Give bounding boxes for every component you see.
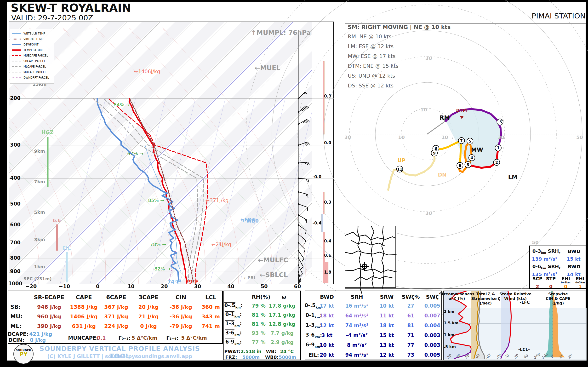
- thermo-header: 6CAPE: [106, 294, 126, 300]
- legend-item: VIRTUAL TEMP: [11, 36, 53, 42]
- lapse-0-3-label: Γ₀₋₃:: [118, 335, 131, 341]
- sounderpy-figure: SKEW-T ROYALRAIN VALID: 29-7-2025 00Z PI…: [0, 0, 588, 367]
- rh-value: 81 %: [252, 321, 266, 327]
- wb-label: WB:: [266, 349, 276, 354]
- pressure-tick-label: 700: [10, 240, 21, 246]
- temp-tick-label: −20: [26, 284, 37, 289]
- legend-item-label: VIRTUAL TEMP: [24, 37, 43, 41]
- legend-item: DWNDRFT PARCEL: [11, 75, 53, 80]
- skewt-annotation: ←371J/kg: [206, 198, 229, 203]
- srh-value: 94 m²/s²: [345, 352, 369, 358]
- skewt-annotation: ←MUEL: [255, 64, 280, 72]
- lcl-label: -LCL-: [518, 347, 530, 352]
- legend-item-label: MUCAPE PARCEL: [24, 70, 46, 74]
- wind-barb: [298, 191, 308, 198]
- swz-pct-value: 77: [407, 342, 414, 348]
- temp-tick-label: 40: [227, 284, 234, 289]
- skewt-annotation: 85% →: [148, 197, 164, 203]
- frz-label: FRZ:: [225, 355, 237, 360]
- legend-item-label: SBCAPE PARCEL: [24, 59, 46, 63]
- thermo-value: 390 J/kg: [37, 323, 61, 329]
- ring-label: 10: [441, 134, 448, 140]
- legend-item-label: DWNDRFT PARCEL: [24, 76, 49, 79]
- swz-pct-value: 71: [407, 333, 414, 338]
- moisture-row-label: 0-1km:: [225, 312, 242, 318]
- wind-barb: [298, 224, 306, 234]
- panel-title: Stepwise CIN & CAPE (J/kg): [546, 292, 571, 305]
- swz-pct-value: 81: [407, 323, 414, 328]
- wind-barb: [298, 92, 307, 99]
- index-sub: 0−1km: [561, 281, 570, 284]
- svg-text:1: 1: [497, 146, 499, 150]
- skewt-annotation: -SFC (231m) -: [22, 276, 55, 281]
- ring-label: 30: [425, 210, 432, 216]
- skewt-annotation: 6.6: [53, 218, 61, 223]
- ring-label: 10: [420, 107, 427, 113]
- bwd-label: BWD: [568, 248, 580, 254]
- profile-dewpoint: [97, 99, 179, 282]
- skewt-annotation: HGZ: [41, 130, 53, 135]
- wb0-label: WB0:: [265, 355, 279, 360]
- skewt-annotation: EIL: [62, 246, 71, 251]
- logo-text-bottom: PY: [14, 352, 33, 357]
- bwd-value: 12 kt: [320, 323, 334, 328]
- ring-label: 30: [498, 134, 505, 140]
- storm-motion-line: US: UND @ 12 kts: [348, 71, 450, 81]
- ring-label: 50: [532, 240, 539, 245]
- valid-time: VALID: 29-7-2025 00Z: [11, 13, 93, 22]
- srh-value: 74 m²/s²: [345, 323, 369, 328]
- legend-item: MUCAPE PARCEL: [11, 69, 53, 75]
- moisture-row-label: 3-6km:: [225, 330, 242, 336]
- thermo-value: 1406 J/kg: [70, 314, 98, 320]
- bwd-value: 20 kt: [320, 352, 334, 358]
- bwd-value: 3 kt: [322, 333, 332, 338]
- shear-header: SWζ%: [402, 294, 420, 300]
- lapse-3-6-label: Γ₃₋₆:: [166, 335, 178, 341]
- srw-value: 18 kt: [380, 323, 394, 328]
- index-value: 0: [564, 284, 567, 289]
- hodo-label-dtm: DTM: [456, 108, 467, 113]
- panel-title: Storm Relative Wind (kts): [499, 292, 531, 301]
- hodo-marker-6: 6: [457, 162, 463, 169]
- thermo-value: 631 J/kg: [72, 323, 96, 329]
- panel-km-label: 1 km: [444, 333, 454, 337]
- mixing-ratio-value: 7.7 g/kg: [271, 330, 294, 336]
- swz-value: 0.005: [424, 352, 440, 358]
- srh-value: -4 m²/s²: [346, 333, 368, 338]
- skewt-annotation: 74°F: [167, 279, 180, 285]
- thermo-value: 0 J/kg: [140, 323, 157, 329]
- hodo-marker-2: 2: [494, 159, 500, 166]
- skewt-annotation: 82% →: [154, 266, 171, 272]
- skewt-annotation: ←21J/kg: [211, 242, 231, 248]
- lfc-label: -LFC: [520, 300, 530, 305]
- legend-item: DEWPOINT: [11, 42, 53, 47]
- hodo-marker-.5: .5: [497, 119, 503, 125]
- srh-value: 8 m²/s²: [347, 342, 367, 348]
- hodo-marker-11: 11: [397, 166, 403, 172]
- thermo-row-label: ML:: [10, 323, 22, 329]
- wind-barb: [298, 203, 307, 211]
- hodo-marker-4: 4: [469, 155, 475, 161]
- hodo-label-rm: RM: [440, 115, 450, 121]
- temp-tick-label: 60: [294, 284, 301, 289]
- srh-bwd-box: 0-3km SRH,BWD139 m²/s²15 kt0-6km SRH,BWD…: [529, 246, 586, 289]
- temp-tick-label: 50: [261, 284, 267, 289]
- dcin-label: DCIN:: [8, 337, 25, 343]
- svg-text:9: 9: [433, 151, 436, 156]
- panel-title: Total ζ & Streamwise ζ (/sec): [471, 292, 500, 305]
- panel-title: Streamwiseness of ζ (%): [439, 292, 474, 301]
- panel-km-label: 1.5 km: [444, 321, 458, 325]
- skewt-annotation: ←MULFC: [258, 256, 288, 264]
- pressure-tick-label: 900: [10, 268, 21, 274]
- thermo-value: 960 J/kg: [37, 314, 61, 320]
- moisture-row-label: 6-9km:: [225, 339, 242, 345]
- dcape-label: DCAPE:: [8, 331, 28, 337]
- rh-value: 77 %: [252, 340, 266, 345]
- wind-barb: [298, 119, 309, 125]
- thermo-value: 371 J/kg: [104, 314, 128, 320]
- thermo-value: 1388 J/kg: [70, 304, 98, 310]
- legend-item: MUECAPE PARCEL: [11, 53, 53, 58]
- srw-value: 13 kt: [380, 342, 394, 348]
- hodo-label-lm: LM: [508, 174, 517, 181]
- hodo-label-up: UP: [398, 158, 405, 163]
